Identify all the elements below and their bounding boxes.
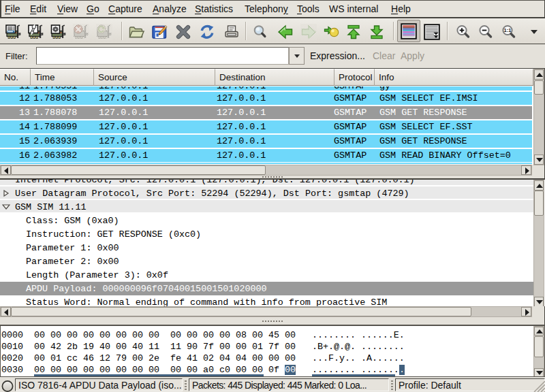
svg-text:1:1: 1:1 <box>504 27 512 33</box>
